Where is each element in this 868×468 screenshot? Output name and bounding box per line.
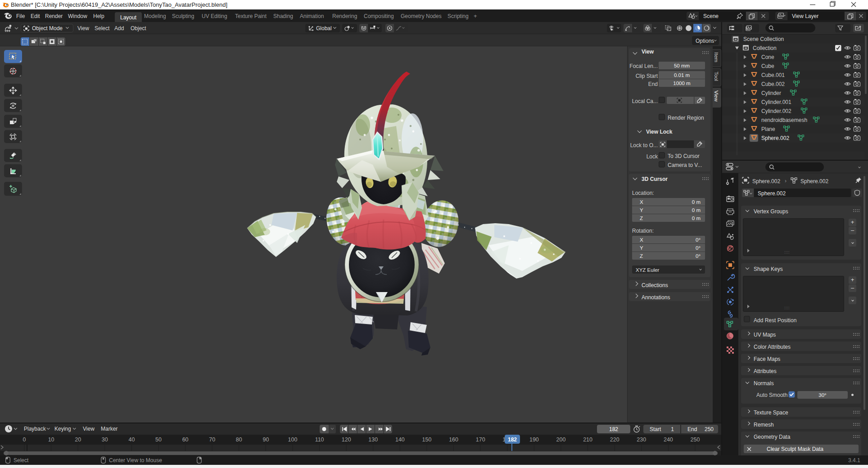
svg-text:1: 1 bbox=[671, 426, 674, 432]
svg-text:Scene Collection: Scene Collection bbox=[743, 36, 784, 42]
svg-text:70: 70 bbox=[209, 436, 215, 443]
svg-text:240: 240 bbox=[664, 436, 673, 443]
svg-text:40: 40 bbox=[128, 436, 135, 443]
svg-text:110: 110 bbox=[315, 436, 324, 443]
svg-text:140: 140 bbox=[395, 436, 405, 443]
svg-text:Cylinder.001: Cylinder.001 bbox=[761, 99, 791, 105]
svg-text:50: 50 bbox=[155, 436, 162, 443]
svg-text:View: View bbox=[83, 426, 95, 432]
svg-text:200: 200 bbox=[556, 436, 566, 443]
svg-text:220: 220 bbox=[610, 436, 619, 443]
svg-text:250: 250 bbox=[705, 426, 714, 432]
svg-text:130: 130 bbox=[368, 436, 378, 443]
svg-text:Plane: Plane bbox=[761, 126, 775, 132]
svg-text:Playback: Playback bbox=[24, 426, 46, 432]
svg-text:160: 160 bbox=[449, 436, 458, 443]
svg-text:150: 150 bbox=[422, 436, 432, 443]
svg-text:100: 100 bbox=[288, 436, 298, 443]
svg-text:182: 182 bbox=[609, 426, 618, 432]
svg-text:10: 10 bbox=[48, 436, 54, 443]
svg-text:90: 90 bbox=[262, 436, 269, 443]
svg-text:End: End bbox=[687, 426, 697, 432]
svg-text:60: 60 bbox=[182, 436, 189, 443]
svg-text:170: 170 bbox=[476, 436, 485, 443]
svg-text:Cube.002: Cube.002 bbox=[761, 81, 785, 87]
svg-text:Collection: Collection bbox=[753, 45, 777, 51]
svg-text:Cylinder: Cylinder bbox=[761, 90, 781, 96]
svg-text:230: 230 bbox=[637, 436, 646, 443]
svg-text:Cube: Cube bbox=[761, 63, 774, 69]
svg-text:0: 0 bbox=[23, 436, 26, 443]
svg-text:Keying: Keying bbox=[54, 426, 71, 432]
svg-text:210: 210 bbox=[583, 436, 592, 443]
svg-text:80: 80 bbox=[236, 436, 242, 443]
svg-text:120: 120 bbox=[342, 436, 351, 443]
svg-text:Cone: Cone bbox=[761, 54, 774, 60]
svg-text:190: 190 bbox=[529, 436, 539, 443]
svg-text:nendroidbasemesh: nendroidbasemesh bbox=[761, 117, 807, 123]
svg-text:Start: Start bbox=[650, 426, 661, 432]
svg-text:30: 30 bbox=[102, 436, 108, 443]
svg-text:Sphere.002: Sphere.002 bbox=[761, 135, 789, 141]
svg-text:182: 182 bbox=[508, 436, 517, 443]
svg-text:250: 250 bbox=[691, 436, 700, 443]
svg-text:Marker: Marker bbox=[101, 426, 118, 432]
svg-text:Cylinder.002: Cylinder.002 bbox=[761, 108, 791, 114]
svg-text:Cube.001: Cube.001 bbox=[761, 72, 785, 78]
svg-text:20: 20 bbox=[75, 436, 81, 443]
